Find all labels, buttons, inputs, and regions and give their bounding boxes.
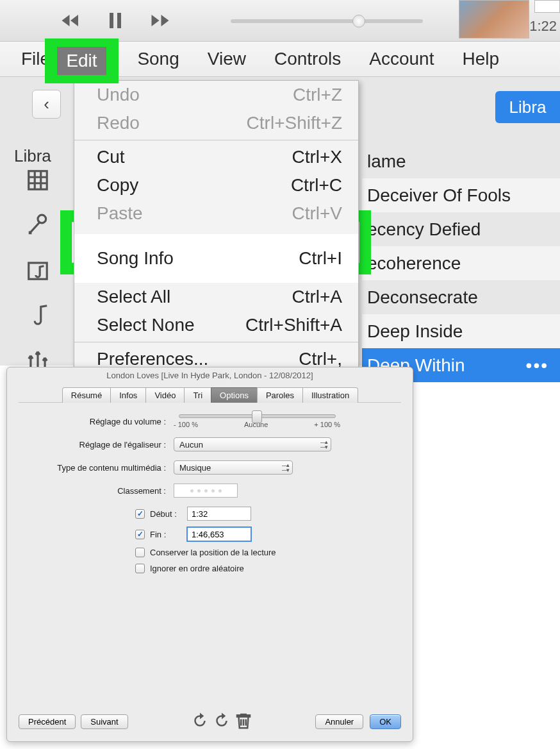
equalizer-value: Aucun (179, 440, 203, 450)
tab-resume[interactable]: Résumé (62, 387, 111, 403)
menu-redo-label: Redo (97, 113, 140, 133)
tab-paroles[interactable]: Paroles (257, 387, 303, 403)
menu-redo[interactable]: RedoCtrl+Shift+Z (74, 109, 358, 137)
menu-select-all[interactable]: Select AllCtrl+A (74, 283, 358, 311)
undo-icon[interactable] (190, 711, 210, 732)
list-item[interactable]: Deceiver Of Fools (362, 178, 560, 212)
ellipsis-icon[interactable]: ••• (526, 355, 548, 376)
menu-controls[interactable]: Controls (269, 46, 346, 72)
menu-select-all-shortcut: Ctrl+A (292, 287, 342, 307)
menu-song-info-shortcut: Ctrl+I (299, 248, 342, 269)
end-time-input[interactable] (187, 527, 251, 541)
menu-edit[interactable]: Edit (57, 47, 106, 75)
playback-bar: 1:22 (0, 0, 560, 42)
keep-position-checkbox[interactable]: ✓ (135, 548, 145, 557)
list-item[interactable]: Deconsecrate (362, 280, 560, 314)
trash-icon[interactable] (234, 711, 253, 732)
menu-select-all-label: Select All (97, 287, 170, 307)
corner-box (534, 0, 560, 13)
rating-control[interactable] (174, 484, 238, 498)
slider-thumb-icon[interactable] (252, 410, 262, 423)
end-checkbox[interactable]: ✓ (135, 530, 145, 539)
pause-icon[interactable] (103, 8, 128, 33)
chevron-left-icon: ‹ (44, 94, 49, 114)
menu-account[interactable]: Account (364, 46, 439, 72)
edit-dropdown: UndoCtrl+Z RedoCtrl+Shift+Z CutCtrl+X Co… (74, 80, 359, 374)
label-end: Fin : (150, 530, 182, 539)
menu-select-none-label: Select None (97, 315, 195, 335)
tab-tri[interactable]: Tri (184, 387, 211, 403)
svg-rect-0 (29, 171, 47, 190)
menu-redo-shortcut: Ctrl+Shift+Z (247, 113, 342, 133)
menu-paste[interactable]: PasteCtrl+V (74, 199, 358, 228)
start-time-input[interactable] (187, 507, 251, 521)
progress-thumb-icon[interactable] (352, 15, 365, 28)
select-arrows-icon: ▴▾ (286, 462, 290, 473)
music-note-icon[interactable] (26, 303, 50, 330)
vol-pos: + 100 % (314, 421, 340, 428)
edit-highlight: Edit (45, 38, 119, 83)
album-art (459, 0, 529, 38)
menu-cut-shortcut: Ctrl+X (292, 147, 342, 167)
menu-paste-shortcut: Ctrl+V (292, 203, 342, 224)
song-title: Deep Inside (367, 321, 463, 342)
menu-cut-label: Cut (97, 147, 125, 167)
itunes-window: 1:22 File Edit Song View Controls Accoun… (0, 0, 560, 366)
menu-song-info[interactable]: Song InfoCtrl+I (74, 234, 358, 283)
dialog-overlay-toolbar (190, 711, 253, 732)
tab-video[interactable]: Vidéo (145, 387, 185, 403)
microphone-icon[interactable] (26, 213, 50, 240)
label-eq: Réglage de l'égaliseur : (26, 440, 174, 450)
forward-icon[interactable] (147, 8, 173, 33)
equalizer-select[interactable]: Aucun ▴▾ (174, 437, 331, 451)
menu-help[interactable]: Help (457, 46, 504, 72)
menu-copy[interactable]: CopyCtrl+C (74, 171, 358, 199)
list-item[interactable]: ecoherence (362, 246, 560, 280)
library-button[interactable]: Libra (495, 91, 560, 123)
menu-copy-label: Copy (97, 175, 138, 196)
music-note-box-icon[interactable] (26, 258, 50, 285)
menu-cut[interactable]: CutCtrl+X (74, 143, 358, 171)
prev-button[interactable]: Précédent (19, 714, 76, 729)
menu-view[interactable]: View (202, 46, 251, 72)
list-item[interactable]: lame (362, 144, 560, 178)
menu-undo-label: Undo (97, 85, 140, 105)
menu-select-none-shortcut: Ctrl+Shift+A (245, 315, 342, 335)
label-rating: Classement : (26, 486, 174, 496)
vol-neg: - 100 % (174, 421, 198, 428)
dialog-title: London Loves [Live In Hyde Park, London … (7, 367, 413, 387)
menu-song-info-label: Song Info (97, 248, 174, 269)
start-checkbox[interactable]: ✓ (135, 509, 145, 519)
grid-icon[interactable] (26, 168, 50, 195)
label-skip: Ignorer en ordre aléatoire (150, 564, 244, 573)
list-item[interactable]: Deep Inside (362, 314, 560, 348)
cancel-button[interactable]: Annuler (315, 714, 363, 729)
ok-button[interactable]: OK (370, 714, 401, 729)
tab-illustration[interactable]: Illustration (302, 387, 358, 403)
progress-slider[interactable] (231, 19, 423, 23)
song-title: ecency Defied (367, 219, 481, 240)
library-button-label: Libra (509, 97, 547, 117)
back-button[interactable]: ‹ (32, 90, 61, 119)
redo-icon[interactable] (212, 711, 231, 732)
menu-song[interactable]: Song (132, 46, 184, 72)
sidebar-icons (26, 168, 50, 374)
menu-undo[interactable]: UndoCtrl+Z (74, 81, 358, 109)
label-start: Début : (150, 509, 182, 519)
tab-strip: Résumé Infos Vidéo Tri Options Paroles I… (19, 387, 401, 403)
menu-select-none[interactable]: Select NoneCtrl+Shift+A (74, 311, 358, 339)
label-keep: Conserver la position de la lecture (150, 548, 276, 557)
next-button[interactable]: Suivant (81, 714, 128, 729)
skip-shuffle-checkbox[interactable]: ✓ (135, 564, 145, 573)
rewind-icon[interactable] (58, 8, 83, 33)
song-title: lame (367, 151, 406, 172)
song-list: lame Deceiver Of Fools ecency Defied eco… (362, 144, 560, 382)
tab-options[interactable]: Options (211, 387, 258, 403)
list-item[interactable]: ecency Defied (362, 212, 560, 246)
song-title: Deconsecrate (367, 287, 478, 308)
media-type-select[interactable]: Musique ▴▾ (174, 460, 293, 475)
label-volume: Réglage du volume : (26, 417, 174, 426)
menu-copy-shortcut: Ctrl+C (291, 175, 342, 196)
volume-slider[interactable] (179, 414, 336, 418)
tab-infos[interactable]: Infos (110, 387, 146, 403)
